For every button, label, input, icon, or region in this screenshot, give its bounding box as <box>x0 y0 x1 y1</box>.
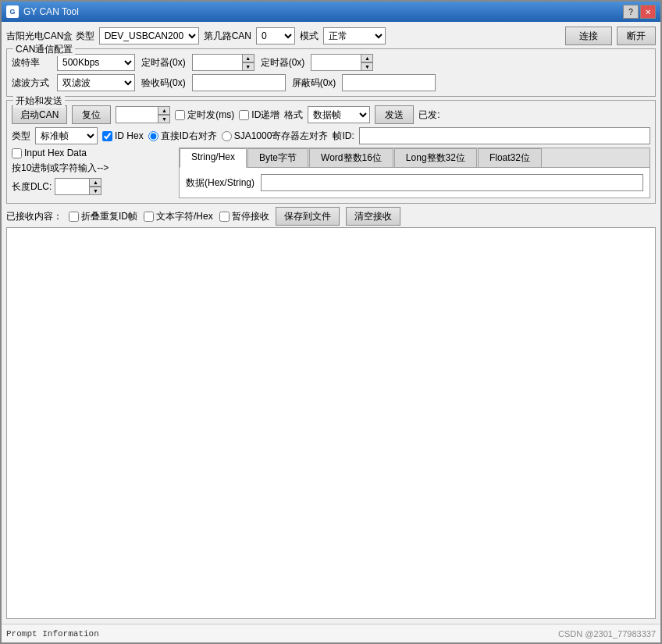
dlc-spinner: 8 ▲ ▼ <box>55 178 101 195</box>
disconnect-button[interactable]: 断开 <box>617 27 656 45</box>
format-select[interactable]: 数据帧 远程帧 <box>308 106 370 123</box>
sent-label: 已发: <box>418 109 440 122</box>
timer1-label: 定时器(0x) <box>141 56 186 69</box>
id-inc-checkbox[interactable] <box>239 110 249 120</box>
fold-checkbox[interactable] <box>69 212 79 222</box>
tab-byte[interactable]: Byte字节 <box>247 148 308 167</box>
baud-select[interactable]: 500Kbps 250Kbps 125Kbps <box>57 54 135 71</box>
type-select[interactable]: 标准帧 扩展帧 <box>35 127 98 144</box>
left-panel: Input Hex Data 按10进制或字符输入--> 长度DLC: 8 ▲ … <box>12 148 176 198</box>
format-label: 格式 <box>284 109 303 122</box>
timer-interval-up[interactable]: ▲ <box>158 106 170 115</box>
title-bar: G GY CAN Tool ? ✕ <box>2 2 660 22</box>
dlc-spin-buttons: ▲ ▼ <box>89 178 101 195</box>
sja-radio[interactable] <box>222 131 232 141</box>
timer1-down[interactable]: ▼ <box>242 62 254 71</box>
direct-radio[interactable] <box>148 131 158 141</box>
save-button[interactable]: 保存到文件 <box>276 207 340 226</box>
title-bar-left: G GY CAN Tool <box>6 5 79 18</box>
help-button[interactable]: ? <box>623 5 639 19</box>
reset-button[interactable]: 复位 <box>72 105 111 124</box>
pause-checkbox[interactable] <box>219 212 230 222</box>
fold-label[interactable]: 折叠重复ID帧 <box>69 210 137 223</box>
close-button[interactable]: ✕ <box>640 5 656 19</box>
start-can-button[interactable]: 启动CAN <box>12 105 67 124</box>
text-text: 文本字符/Hex <box>156 210 213 223</box>
data-input[interactable]: 0 <box>261 174 643 191</box>
tabs-container: String/Hex Byte字节 Word整数16位 Long整数32位 Fl… <box>179 148 650 198</box>
timer-interval-spin-buttons: ▲ ▼ <box>158 106 170 123</box>
tab-word[interactable]: Word整数16位 <box>309 148 393 167</box>
app-icon: G <box>6 5 19 18</box>
send-button[interactable]: 发送 <box>375 105 414 124</box>
accept-label: 验收码(0x) <box>141 76 186 90</box>
id-inc-text: ID递增 <box>251 109 279 122</box>
timer-send-text: 定时发(ms) <box>187 109 234 122</box>
received-label: 已接收内容： <box>6 210 62 223</box>
connect-button[interactable]: 连接 <box>565 27 612 45</box>
can-config-title: CAN通信配置 <box>13 43 75 56</box>
sja-text: SJA1000寄存器左对齐 <box>234 130 329 143</box>
device-label: 吉阳光电CAN盒 类型 <box>6 30 94 43</box>
timer1-spin-buttons: ▲ ▼ <box>242 54 254 71</box>
can-config-section: CAN通信配置 波特率 500Kbps 250Kbps 125Kbps 定时器(… <box>6 48 656 97</box>
id-hex-checkbox[interactable] <box>102 131 112 141</box>
type-label: 类型 <box>12 130 30 143</box>
timer-interval-spinner: 1000 ▲ ▼ <box>116 106 170 123</box>
dlc-down[interactable]: ▼ <box>89 187 101 195</box>
input-hex-checkbox[interactable] <box>12 148 22 158</box>
text-label[interactable]: 文本字符/Hex <box>144 210 213 223</box>
input-hint: 按10进制或字符输入--> <box>12 162 176 175</box>
received-content <box>6 227 656 619</box>
timer2-up[interactable]: ▲ <box>361 54 373 62</box>
id-inc-label[interactable]: ID递增 <box>239 109 279 122</box>
main-window: G GY CAN Tool ? ✕ 吉阳光电CAN盒 类型 DEV_USBCAN… <box>0 0 662 644</box>
pause-label[interactable]: 暂停接收 <box>219 210 269 223</box>
received-header: 已接收内容： 折叠重复ID帧 文本字符/Hex 暂停接收 保存到文件 清空接收 <box>6 207 656 226</box>
dlc-row: 长度DLC: 8 ▲ ▼ <box>12 178 176 195</box>
direct-text: 直接ID右对齐 <box>161 130 217 143</box>
mode-label: 模式 <box>300 30 319 43</box>
mask-label: 屏蔽码(0x) <box>292 76 336 90</box>
timer-interval-down[interactable]: ▼ <box>158 115 170 123</box>
window-title: GY CAN Tool <box>23 6 79 17</box>
pause-text: 暂停接收 <box>232 210 269 223</box>
filter-select[interactable]: 双滤波 单滤波 <box>57 74 135 91</box>
device-type-select[interactable]: DEV_USBCAN200 <box>99 27 199 44</box>
input-hex-text: Input Hex Data <box>24 148 87 158</box>
csdn-text: CSDN @2301_77983337 <box>558 629 656 639</box>
send-row1: 启动CAN 复位 1000 ▲ ▼ 定时发(ms) ID递增 格 <box>12 105 650 124</box>
clear-button[interactable]: 清空接收 <box>346 207 400 226</box>
filter-label: 滤波方式 <box>12 76 51 90</box>
tab-long[interactable]: Long整数32位 <box>394 148 477 167</box>
baud-label: 波特率 <box>12 56 51 69</box>
frame-id-label: 帧ID: <box>333 130 354 143</box>
accept-input[interactable]: 80000008 <box>192 74 286 91</box>
mask-input[interactable]: ffffffff <box>342 74 436 91</box>
sja-rb-label[interactable]: SJA1000寄存器左对齐 <box>222 130 329 143</box>
channel-select[interactable]: 0 1 <box>256 27 295 44</box>
timer1-spinner: 0 ▲ ▼ <box>192 54 254 71</box>
tab-content: 数据(Hex/String) 0 <box>180 167 650 197</box>
tab-bar: String/Hex Byte字节 Word整数16位 Long整数32位 Fl… <box>180 148 650 167</box>
dlc-up[interactable]: ▲ <box>89 178 101 187</box>
timer-send-checkbox[interactable] <box>175 110 185 120</box>
timer2-spin-buttons: ▲ ▼ <box>361 54 373 71</box>
text-checkbox[interactable] <box>144 212 154 222</box>
tab-float[interactable]: Float32位 <box>478 148 542 167</box>
send-section: 开始和发送 启动CAN 复位 1000 ▲ ▼ 定时发(ms) <box>6 100 656 204</box>
timer1-up[interactable]: ▲ <box>242 54 254 62</box>
send-section-title: 开始和发送 <box>13 94 65 108</box>
can-config: 波特率 500Kbps 250Kbps 125Kbps 定时器(0x) 0 ▲ … <box>12 54 650 91</box>
timer2-spinner: 1c ▲ ▼ <box>311 54 373 71</box>
timer2-down[interactable]: ▼ <box>361 62 373 71</box>
id-hex-label[interactable]: ID Hex <box>102 130 144 141</box>
data-row: 数据(Hex/String) 0 <box>186 174 643 191</box>
tab-string-hex[interactable]: String/Hex <box>180 148 247 168</box>
frame-id-input[interactable]: 1 <box>359 127 650 144</box>
input-hex-label[interactable]: Input Hex Data <box>12 148 176 158</box>
timer-send-label[interactable]: 定时发(ms) <box>175 109 234 122</box>
main-content: 吉阳光电CAN盒 类型 DEV_USBCAN200 第几路CAN 0 1 模式 … <box>2 22 660 624</box>
direct-rb-label[interactable]: 直接ID右对齐 <box>148 130 217 143</box>
mode-select[interactable]: 正常 监听 自发自收 <box>323 27 386 44</box>
